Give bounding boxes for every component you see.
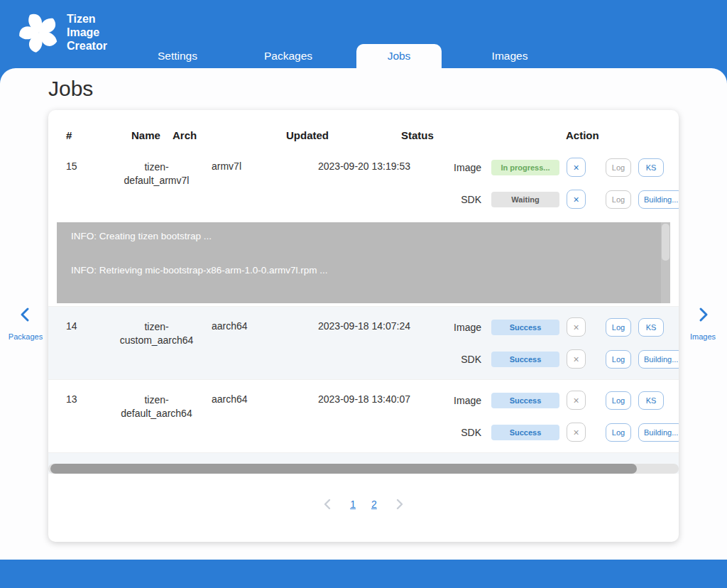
table-row: 14 tizen-custom_aarch64 aarch64 2023-09-… [48, 306, 679, 379]
tab-images[interactable]: Images [454, 44, 565, 68]
prev-page-button[interactable] [322, 498, 334, 511]
column-header-arch: Arch [173, 129, 286, 141]
column-header-updated: Updated [286, 129, 401, 141]
status-line-kind: SDK [446, 354, 481, 365]
ks-button[interactable]: KS [638, 391, 664, 410]
status-line-kind: Image [446, 395, 481, 406]
log-button[interactable]: Log [606, 190, 631, 209]
log-button[interactable]: Log [606, 350, 631, 369]
brand-line-2: Image [67, 26, 107, 39]
status-badge: Success [491, 352, 559, 367]
horizontal-scrollbar[interactable] [48, 464, 679, 474]
cancel-button[interactable]: × [567, 423, 586, 442]
side-nav-packages[interactable]: Packages [6, 307, 45, 341]
job-status-lines: Image Success × Log KS SDK Success × Log… [446, 384, 679, 448]
tab-jobs[interactable]: Jobs [344, 44, 454, 68]
page-title: Jobs [48, 77, 93, 101]
tab-settings[interactable]: Settings [122, 44, 233, 68]
cancel-button[interactable]: × [567, 391, 586, 410]
log-line: INFO: Retrieving mic-bootstrap-x86-arm-1… [71, 265, 656, 276]
vertical-scrollbar-thumb[interactable] [662, 224, 669, 261]
job-log-panel: INFO: Creating tizen bootstrap ...INFO: … [57, 222, 670, 303]
tab-packages[interactable]: Packages [233, 44, 344, 68]
chevron-left-icon [18, 307, 33, 322]
column-header-id: # [66, 129, 131, 141]
status-badge: In progress... [491, 160, 559, 175]
jobs-table-body: 15 tizen-default_armv7l armv7l 2023-09-2… [48, 147, 679, 474]
job-id: 14 [48, 311, 112, 375]
job-status-lines: Image Success × Log KS SDK Success × Log… [446, 311, 679, 375]
tab-jobs-label: Jobs [356, 44, 442, 68]
side-nav-packages-label: Packages [9, 332, 43, 341]
brand-line-3: Creator [67, 39, 107, 53]
log-button[interactable]: Log [606, 391, 631, 410]
column-header-name: Name [131, 129, 173, 141]
ks-button[interactable]: KS [638, 318, 664, 337]
status-line-kind: Image [446, 162, 481, 173]
job-status-line: Image In progress... × Log KS [446, 151, 679, 183]
next-page-button[interactable] [393, 498, 405, 511]
log-lines: INFO: Creating tizen bootstrap ...INFO: … [57, 222, 670, 303]
status-line-kind: SDK [446, 427, 481, 438]
tizen-pinwheel-logo [17, 6, 61, 60]
status-line-kind: Image [446, 322, 481, 333]
side-nav-images-label: Images [690, 332, 716, 341]
log-button[interactable]: Log [606, 158, 631, 177]
job-status-line: SDK Success × Log Building... [446, 416, 679, 448]
jobs-card: # Name Arch Updated Status Action 15 tiz… [48, 110, 679, 542]
job-name: tizen-default_aarch64 [112, 384, 201, 448]
cancel-button[interactable]: × [567, 190, 586, 209]
jobs-table-viewport: 15 tizen-default_armv7l armv7l 2023-09-2… [48, 147, 679, 474]
log-button[interactable]: Log [606, 318, 631, 337]
status-line-kind: SDK [446, 194, 481, 205]
log-button[interactable]: Log [606, 423, 631, 442]
cancel-button[interactable]: × [567, 317, 586, 337]
side-nav-images[interactable]: Images [683, 307, 723, 341]
building-button[interactable]: Building... [638, 190, 679, 209]
job-arch: aarch64 [201, 384, 283, 448]
app-header: Tizen Image Creator Settings Packages Jo… [0, 0, 727, 68]
brand: Tizen Image Creator [17, 6, 107, 60]
page-link-1[interactable]: 1 [350, 499, 356, 510]
tab-images-label: Images [467, 44, 552, 68]
job-status-line: Image Success × Log KS [446, 311, 679, 343]
pagination: 1 2 [48, 498, 679, 511]
brand-text: Tizen Image Creator [67, 12, 107, 53]
tab-packages-label: Packages [246, 44, 331, 68]
job-status-line: SDK Waiting × Log Building... [446, 183, 679, 215]
job-updated: 2023-09-18 13:40:07 [283, 384, 446, 448]
ks-button[interactable]: KS [638, 158, 664, 177]
table-row: 15 tizen-default_armv7l armv7l 2023-09-2… [48, 147, 679, 219]
building-button[interactable]: Building... [638, 423, 679, 442]
log-line: INFO: Creating tizen bootstrap ... [71, 231, 656, 241]
vertical-scrollbar[interactable] [661, 222, 670, 303]
cancel-button[interactable]: × [567, 349, 586, 369]
job-name: tizen-custom_aarch64 [112, 311, 201, 375]
status-badge: Waiting [491, 192, 559, 207]
tab-settings-label: Settings [135, 44, 220, 68]
column-header-action: Action [566, 129, 679, 141]
page-link-2[interactable]: 2 [371, 499, 377, 510]
job-status-line: SDK Success × Log Building... [446, 343, 679, 375]
table-header: # Name Arch Updated Status Action [48, 123, 679, 147]
prev-page-icon [322, 498, 334, 511]
status-badge: Success [491, 425, 559, 440]
table-row: 13 tizen-default_aarch64 aarch64 2023-09… [48, 379, 679, 452]
job-status-line: Image Success × Log KS [446, 384, 679, 416]
building-button[interactable]: Building... [638, 350, 679, 369]
column-header-status: Status [401, 129, 566, 141]
job-id: 13 [48, 384, 112, 448]
cancel-button[interactable]: × [567, 158, 586, 177]
brand-line-1: Tizen [67, 12, 107, 26]
job-arch: armv7l [201, 151, 283, 215]
status-badge: Success [491, 393, 559, 408]
status-badge: Success [491, 320, 559, 335]
job-name: tizen-default_armv7l [112, 151, 201, 215]
horizontal-scrollbar-thumb[interactable] [50, 464, 637, 474]
job-status-lines: Image In progress... × Log KS SDK Waitin… [446, 151, 679, 215]
nav-tabs: Settings Packages Jobs Images [122, 44, 565, 68]
job-id: 15 [48, 151, 112, 215]
job-arch: aarch64 [201, 311, 283, 375]
job-updated: 2023-09-20 13:19:53 [283, 151, 446, 215]
job-updated: 2023-09-18 14:07:24 [283, 311, 446, 375]
